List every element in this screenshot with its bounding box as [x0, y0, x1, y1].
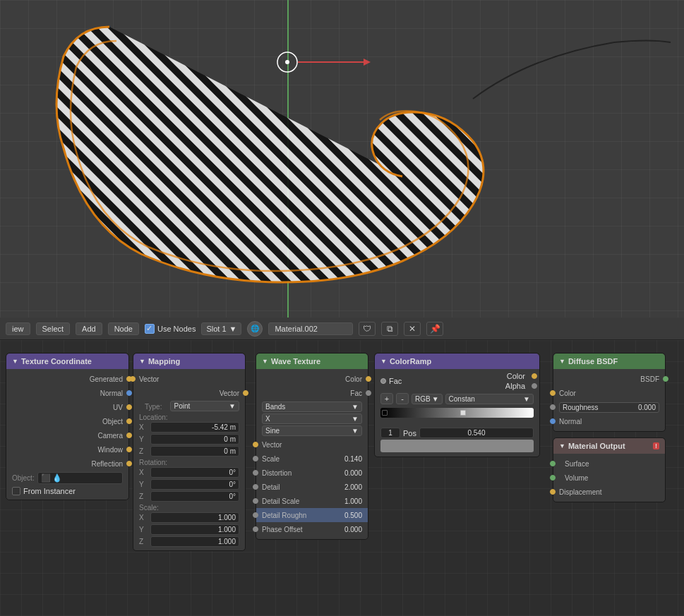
cr-stop-pos-field[interactable]: 0.540: [419, 428, 534, 438]
cr-mode-select[interactable]: RGB ▼: [412, 394, 443, 404]
mapping-vector-in-label: Vector: [139, 375, 239, 383]
colorramp-title: ColorRamp: [390, 357, 431, 366]
material-name-field[interactable]: Material.002: [268, 322, 353, 335]
socket-wave-scale-in: [253, 456, 258, 461]
cr-stop-marker-1[interactable]: [382, 410, 388, 416]
mapping-scale-y-row: Y 1.000: [133, 524, 245, 536]
slot-dropdown[interactable]: Slot 1 ▼: [201, 322, 241, 335]
socket-wave-detail-rough-in: [253, 512, 258, 518]
socket-wave-vector-in: [253, 442, 258, 447]
diffuse-bsdf-out-label: BSDF: [559, 375, 659, 383]
wave-phase-value[interactable]: 0.000: [344, 526, 362, 533]
wave-detail-roughness-row: Detail Roughn 0.500: [256, 508, 368, 522]
mapping-rot-x-label: X: [139, 469, 148, 476]
cr-remove-stop-btn[interactable]: -: [396, 393, 409, 404]
cr-add-stop-btn[interactable]: +: [380, 393, 393, 404]
mapping-rot-y-field[interactable]: 0°: [150, 479, 239, 490]
colorramp-color-out-row: Color: [507, 372, 534, 380]
wave-vector-in-row: Vector: [256, 437, 368, 452]
tex-coord-window-row: Window: [6, 442, 128, 457]
object-label: Object:: [12, 474, 35, 482]
diffuse-roughness-field[interactable]: Roughness 0.000: [559, 402, 659, 413]
mapping-rot-x-field[interactable]: 0°: [150, 467, 239, 478]
socket-diffuse-normal-in: [550, 418, 556, 424]
mapping-title: Mapping: [148, 357, 180, 366]
mapping-rot-z-field[interactable]: 0°: [150, 491, 239, 502]
tex-coord-generated-label: Generated: [12, 375, 123, 383]
mapping-scale-y-field[interactable]: 1.000: [150, 524, 239, 535]
mapping-scale-z-field[interactable]: 1.000: [150, 536, 239, 547]
wave-detail-scale-value[interactable]: 1.000: [344, 497, 362, 505]
mapping-type-label: Type:: [139, 401, 167, 411]
wave-header: ▼ Wave Texture: [256, 354, 368, 369]
wave-axis-dropdown[interactable]: X ▼: [262, 413, 362, 424]
node-colorramp: ▼ ColorRamp Fac Color: [374, 353, 540, 457]
mapping-type-dropdown[interactable]: Point ▼: [170, 401, 239, 411]
tex-coord-normal-row: Normal: [6, 386, 128, 400]
wave-detail-value[interactable]: 2.000: [344, 483, 362, 491]
eyedropper-icon[interactable]: 💧: [52, 473, 62, 483]
view-menu[interactable]: iew: [6, 322, 30, 335]
socket-wave-detail-scale-in: [253, 498, 258, 504]
mapping-vector-in-row: Vector: [133, 372, 245, 386]
node-canvas: ▼ Texture Coordinate Generated Normal UV: [0, 340, 684, 616]
mapping-loc-z-field[interactable]: 0 m: [150, 446, 239, 457]
wave-fac-out-row: Fac: [256, 386, 368, 400]
copy-icon-btn[interactable]: ⧉: [381, 322, 398, 336]
socket-wave-fac-out: [366, 390, 371, 396]
diffuse-roughness-label: Roughness: [563, 404, 599, 411]
shield-icon-btn[interactable]: 🛡: [359, 322, 376, 336]
mapping-body: Vector Vector Type: Point ▼ Location:: [133, 369, 245, 550]
wave-scale-value[interactable]: 0.140: [344, 455, 362, 463]
socket-output-volume-in: [550, 475, 556, 481]
use-nodes-checkbox[interactable]: ✓: [145, 324, 155, 334]
socket-output-surface-in: [550, 461, 556, 466]
cr-interp-select[interactable]: Constan ▼: [445, 394, 534, 404]
wave-profile-dropdown[interactable]: Sine ▼: [262, 425, 362, 436]
close-icon-btn[interactable]: ✕: [404, 322, 421, 336]
mapping-rot-y-label: Y: [139, 481, 148, 488]
wave-detail-label: Detail: [262, 483, 344, 491]
node-menu[interactable]: Node: [108, 322, 139, 335]
colorramp-header: ▼ ColorRamp: [375, 354, 539, 369]
tex-coord-object-row: Object: [6, 414, 128, 428]
socket-cr-alpha-out: [532, 383, 537, 389]
wave-distortion-label: Distortion: [262, 469, 344, 477]
wave-scale-label: Scale: [262, 455, 344, 463]
wave-body: Color Fac Bands ▼ X ▼: [256, 369, 368, 539]
mapping-scale-x-field[interactable]: 1.000: [150, 512, 239, 523]
from-instancer-checkbox[interactable]: [12, 487, 20, 495]
wave-title: Wave Texture: [271, 357, 320, 366]
cr-stop-marker-2[interactable]: [460, 410, 466, 416]
colorramp-color-out-label: Color: [507, 372, 525, 380]
output-volume-row: Volume: [553, 471, 665, 485]
use-nodes-label: Use Nodes: [157, 325, 196, 333]
wave-axis-label: X: [265, 415, 270, 423]
select-menu[interactable]: Select: [36, 322, 71, 335]
use-nodes-toggle[interactable]: ✓ Use Nodes: [145, 324, 196, 334]
cr-values-row: 1 Pos 0.540: [380, 428, 534, 438]
socket-cr-fac-in: [380, 378, 386, 384]
globe-btn[interactable]: 🌐: [247, 321, 263, 337]
cr-interp-value: Constan: [449, 395, 475, 403]
node-editor: iew Select Add Node ✓ Use Nodes Slot 1 ▼…: [0, 318, 684, 616]
tex-coord-normal-label: Normal: [12, 389, 123, 397]
cr-color-swatch[interactable]: [380, 440, 534, 452]
wave-color-out-label: Color: [262, 375, 362, 383]
output-surface-row: Surface: [553, 457, 665, 471]
wave-bands-dropdown[interactable]: Bands ▼: [262, 401, 362, 412]
cr-stop-index-field[interactable]: 1: [380, 428, 400, 438]
cr-gradient-bar[interactable]: [380, 408, 534, 418]
diffuse-normal-in-row: Normal: [553, 414, 665, 428]
add-menu[interactable]: Add: [76, 322, 102, 335]
mapping-loc-x-field[interactable]: -5.42 m: [150, 422, 239, 433]
mapping-loc-z-row: Z 0 m: [133, 445, 245, 457]
wave-detail-roughness-value[interactable]: 0.500: [344, 512, 362, 519]
pin-icon-btn[interactable]: 📌: [426, 322, 443, 336]
object-field[interactable]: ⬛ 💧: [37, 472, 123, 484]
mapping-rot-z-label: Z: [139, 493, 148, 500]
wave-distortion-value[interactable]: 0.000: [344, 469, 362, 477]
from-instancer-row: From Instancer: [6, 485, 128, 497]
cr-gradient-container: [380, 408, 534, 425]
mapping-loc-y-field[interactable]: 0 m: [150, 434, 239, 445]
